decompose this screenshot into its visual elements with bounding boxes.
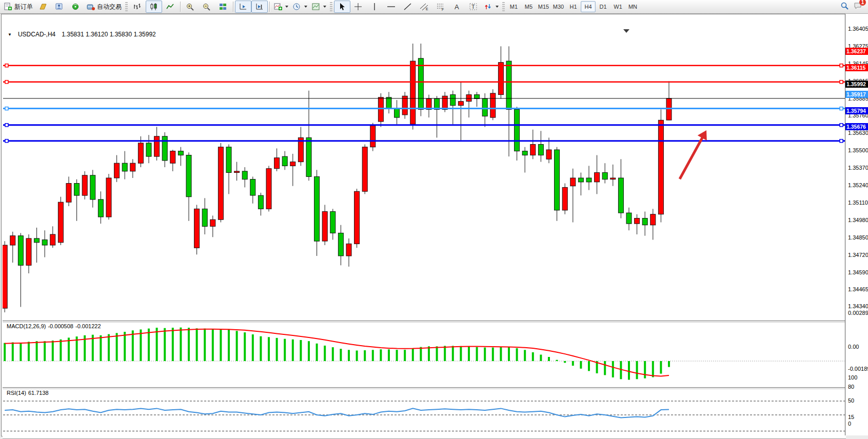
candle-chart-button[interactable] (146, 1, 162, 13)
periods-button[interactable] (290, 1, 309, 13)
toolbar: 新订单自动交易EFATM1M5M15M30H1H4D1W1MN1 (0, 0, 868, 14)
search-button[interactable] (840, 2, 850, 12)
toolbar-button-H4[interactable]: H4 (581, 1, 596, 12)
toolbar-separator (269, 2, 270, 12)
symbol-period: USDCAD-,H4 (18, 31, 55, 38)
vline-icon (370, 3, 380, 11)
chevron-down-icon (304, 6, 307, 8)
new-order-icon (4, 3, 13, 11)
tile-windows-icon (219, 3, 228, 11)
line-handle[interactable] (5, 81, 8, 84)
line-handle[interactable] (840, 81, 843, 84)
toolbar-button-W1[interactable]: W1 (610, 1, 625, 12)
line-handle[interactable] (5, 124, 8, 127)
fibo-icon: F (436, 3, 445, 11)
horizontal-line-button[interactable] (383, 1, 400, 13)
text-button[interactable]: A (449, 1, 465, 13)
auto-scroll-button[interactable] (235, 1, 251, 13)
chart-shift-button[interactable] (251, 1, 268, 13)
price-tick-label: 1.34590 (848, 269, 868, 275)
rsi-tick-label: 80 (848, 384, 854, 390)
line-price-badge: 1.36237 (845, 48, 868, 55)
price-tick-label: 1.34465 (848, 286, 868, 292)
periods-icon (292, 3, 302, 11)
toolbar-button-M15[interactable]: M15 (536, 1, 551, 12)
line-chart-button[interactable] (162, 1, 179, 13)
signals-button[interactable] (68, 1, 84, 13)
new-order-button[interactable]: 新订单 (2, 1, 35, 13)
line-handle[interactable] (5, 64, 8, 67)
vertical-line-button[interactable] (367, 1, 383, 13)
shapes-icon (484, 3, 493, 11)
autotrading-button[interactable]: 自动交易 (84, 1, 124, 13)
data-window-icon (55, 3, 64, 11)
price-tick-label: 1.35110 (848, 199, 868, 206)
rsi-tick-label: 0 (848, 421, 851, 427)
zoom-in-icon (186, 3, 195, 11)
current-price-badge: 1.35992 (845, 81, 868, 88)
data-window-button[interactable] (51, 1, 68, 13)
svg-text:F: F (442, 8, 444, 11)
label-button[interactable]: T (465, 1, 482, 13)
toolbar-button-H1[interactable]: H1 (566, 1, 581, 12)
toolbar-grip[interactable] (502, 2, 505, 11)
rsi-tick-label: 50 (848, 397, 854, 404)
zoom-out-button[interactable] (199, 1, 215, 13)
chevron-down-icon (285, 6, 288, 8)
toolbar-button-D1[interactable]: D1 (596, 1, 610, 12)
price-tick-label: 1.35500 (848, 147, 868, 153)
rsi-label: RSI(14)61.7138 (7, 390, 51, 396)
ohlc-values: 1.35831 1.36120 1.35830 1.35992 (62, 31, 156, 38)
toolbar-button-M5[interactable]: M5 (521, 1, 536, 12)
line-handle[interactable] (840, 139, 843, 143)
toolbar-button-label: 自动交易 (97, 3, 122, 11)
macd-tick-label: 0.002897 (848, 310, 868, 316)
toolbar-button-M1[interactable]: M1 (506, 1, 521, 12)
line-handle[interactable] (840, 124, 843, 127)
toolbar-separator (233, 2, 233, 12)
line-price-badge: 1.35794 (845, 107, 868, 114)
chart-window[interactable]: 15 Aug 202315 Aug 20:0016 Aug 12:0017 Au… (1, 14, 845, 436)
trendline-button[interactable] (400, 1, 416, 13)
macd-tick-label: -0.001891 (848, 366, 868, 372)
channel-icon: E (420, 3, 429, 11)
zoom-out-icon (202, 3, 211, 11)
fibonacci-button[interactable]: F (432, 1, 449, 13)
macd-tick-label: 0.00 (848, 344, 859, 350)
rsi-tick-label: 100 (848, 374, 857, 381)
chart-dropdown-icon[interactable]: ▼ (8, 32, 12, 37)
notification-badge: 1 (859, 0, 866, 6)
price-tick-label: 1.34340 (848, 303, 868, 309)
toolbar-button-MN[interactable]: MN (625, 1, 640, 12)
line-handle[interactable] (840, 64, 843, 67)
zoom-in-button[interactable] (182, 1, 199, 13)
cursor-button[interactable] (334, 1, 350, 13)
bar-chart-icon (133, 3, 142, 11)
crosshair-button[interactable] (350, 1, 367, 13)
toolbar-button-M30[interactable]: M30 (551, 1, 566, 12)
line-price-badge: 1.35676 (845, 123, 868, 130)
tile-windows-button[interactable] (215, 1, 231, 13)
line-handle[interactable] (5, 107, 8, 110)
line-handle[interactable] (840, 107, 843, 110)
indicators-button[interactable] (271, 1, 290, 13)
price-axis[interactable]: 1.364051.362751.361451.360151.358851.357… (845, 14, 868, 435)
auto-scroll-icon (239, 3, 248, 11)
line-handle[interactable] (5, 139, 8, 143)
toolbar-grip[interactable] (330, 2, 332, 11)
macd-label: MACD(12,26,9)-0.000508-0.001222 (7, 323, 103, 329)
channel-button[interactable]: E (416, 1, 432, 13)
text-icon: A (452, 3, 462, 11)
price-tick-label: 1.35630 (848, 130, 868, 136)
chat-button[interactable]: 1 (854, 2, 863, 12)
price-tick-label: 1.35240 (848, 182, 868, 188)
hline-icon (387, 3, 396, 11)
templates-button[interactable] (309, 1, 328, 13)
chart-background (3, 28, 846, 439)
line-price-badge: 1.35917 (845, 91, 868, 98)
toolbar-grip[interactable] (125, 2, 128, 11)
shapes-button[interactable] (482, 1, 501, 13)
chart-canvas[interactable]: 15 Aug 202315 Aug 20:0016 Aug 12:0017 Au… (3, 28, 846, 439)
profiles-button[interactable] (35, 1, 51, 13)
bar-chart-button[interactable] (129, 1, 146, 13)
